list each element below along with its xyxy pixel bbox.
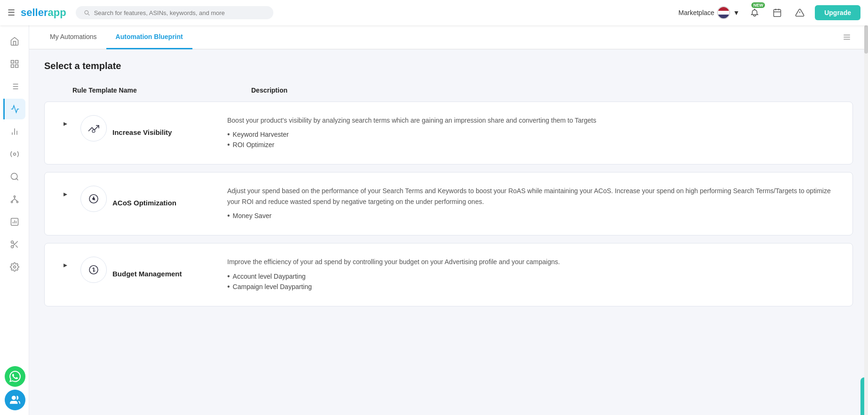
row-name-cell-0: Increase Visibility	[80, 115, 222, 141]
svg-rect-7	[15, 61, 18, 63]
page-body: Select a template Rule Template Name Des…	[29, 49, 868, 325]
row-name-cell-1: ACoS Optimization	[80, 186, 222, 212]
chevron-down-icon: ▼	[733, 9, 740, 16]
template-table: Rule Template Name Description ▸ Increas…	[44, 83, 853, 306]
upgrade-button[interactable]: Upgrade	[815, 5, 860, 20]
template-desc-2: Improve the efficiency of your ad spend …	[227, 257, 841, 267]
expand-button-0[interactable]: ▸	[56, 115, 75, 128]
template-name-2: Budget Management	[112, 262, 182, 278]
svg-rect-0	[774, 9, 781, 16]
us-flag	[717, 6, 730, 19]
sidebar-item-tools[interactable]	[4, 144, 25, 164]
marketplace-label: Marketplace	[678, 9, 714, 16]
bullet-item: Account level Dayparting	[227, 272, 841, 281]
svg-rect-9	[15, 65, 18, 68]
search-icon	[83, 9, 90, 16]
sidebar-item-scissors[interactable]	[4, 234, 25, 255]
logo-app: app	[48, 7, 66, 19]
sidebar-item-list[interactable]	[4, 76, 25, 97]
bullet-item: Money Saver	[227, 211, 841, 220]
row-name-cell-2: Budget Management	[80, 257, 222, 283]
expand-button-2[interactable]: ▸	[56, 257, 75, 269]
template-desc-cell-0: Boost your product's visibility by analy…	[227, 115, 841, 151]
svg-point-20	[11, 173, 17, 180]
bullet-item: Campaign level Dayparting	[227, 282, 841, 291]
users-button[interactable]	[5, 390, 25, 410]
sidebar-item-search[interactable]	[4, 166, 25, 187]
tab-automation-blueprint[interactable]: Automation Blueprint	[106, 25, 192, 49]
new-badge: NEW	[751, 2, 765, 8]
search-input[interactable]	[94, 9, 266, 16]
template-desc-1: Adjust your spend based on the performan…	[227, 186, 841, 207]
template-desc-cell-1: Adjust your spend based on the performan…	[227, 186, 841, 222]
page-title: Select a template	[44, 61, 853, 71]
whatsapp-button[interactable]	[5, 366, 25, 387]
sidebar-item-advertising[interactable]	[3, 99, 25, 119]
bullet-item: Keyword Harvester	[227, 130, 841, 139]
logo-seller: seller	[21, 7, 48, 19]
template-desc-cell-2: Improve the efficiency of your ad spend …	[227, 257, 841, 292]
notifications-button[interactable]: NEW	[747, 5, 762, 20]
svg-point-22	[14, 196, 15, 197]
sidebar	[0, 25, 29, 415]
svg-point-23	[11, 201, 12, 203]
template-row: ▸ ACoS Optimization Adjust your spend ba…	[44, 172, 853, 235]
scrollbar-thumb[interactable]	[864, 25, 868, 54]
col-header-desc: Description	[251, 86, 842, 94]
template-bullets-0: Keyword Harvester ROI Optimizer	[227, 130, 841, 149]
svg-line-21	[16, 179, 18, 180]
search-bar[interactable]	[76, 6, 273, 19]
svg-rect-6	[11, 61, 14, 63]
side-scrollbar[interactable]	[864, 25, 868, 415]
svg-point-40	[93, 198, 95, 200]
template-bullets-1: Money Saver	[227, 211, 841, 220]
template-name-0: Increase Visibility	[112, 121, 172, 136]
calendar-button[interactable]	[770, 5, 785, 20]
table-header: Rule Template Name Description	[44, 83, 853, 98]
template-row: ▸ Increase Visibility Boost your product…	[44, 102, 853, 164]
bullet-item: ROI Optimizer	[227, 141, 841, 149]
tab-my-automations[interactable]: My Automations	[40, 25, 106, 49]
svg-point-29	[11, 241, 13, 243]
template-icon-2	[80, 257, 107, 283]
template-desc-0: Boost your product's visibility by analy…	[227, 115, 841, 125]
marketplace-selector[interactable]: Marketplace ▼	[678, 6, 740, 19]
sidebar-item-analytics[interactable]	[4, 121, 25, 142]
svg-line-33	[13, 243, 14, 244]
tabs-bar: My Automations Automation Blueprint	[29, 25, 868, 49]
sidebar-item-home[interactable]	[4, 31, 25, 52]
sidebar-item-network[interactable]	[4, 189, 25, 210]
template-row: ▸ Budget Management Improve the efficien…	[44, 243, 853, 306]
svg-point-24	[16, 201, 18, 203]
svg-line-32	[16, 245, 18, 248]
top-nav: ☰ sellerapp Marketplace ▼ NEW Upgrade	[0, 0, 868, 25]
svg-point-30	[11, 246, 13, 248]
svg-point-19	[13, 153, 16, 156]
template-icon-0	[80, 115, 107, 141]
template-name-1: ACoS Optimization	[112, 191, 176, 207]
alert-button[interactable]	[792, 5, 807, 20]
sidebar-item-catalog[interactable]	[4, 54, 25, 74]
template-icon-1	[80, 186, 107, 212]
svg-rect-8	[11, 65, 14, 68]
list-view-icon[interactable]	[837, 27, 857, 47]
svg-point-34	[13, 266, 16, 268]
nav-right: Marketplace ▼ NEW Upgrade	[678, 5, 860, 20]
template-bullets-2: Account level Dayparting Campaign level …	[227, 272, 841, 291]
expand-button-1[interactable]: ▸	[56, 186, 75, 198]
col-header-name: Rule Template Name	[72, 86, 251, 94]
menu-icon[interactable]: ☰	[8, 8, 15, 18]
logo: sellerapp	[21, 7, 66, 19]
sidebar-item-settings[interactable]	[4, 257, 25, 277]
main-content: My Automations Automation Blueprint Sele…	[29, 25, 868, 415]
svg-point-38	[92, 130, 95, 133]
sidebar-item-reports[interactable]	[4, 211, 25, 232]
svg-point-42	[12, 396, 16, 399]
